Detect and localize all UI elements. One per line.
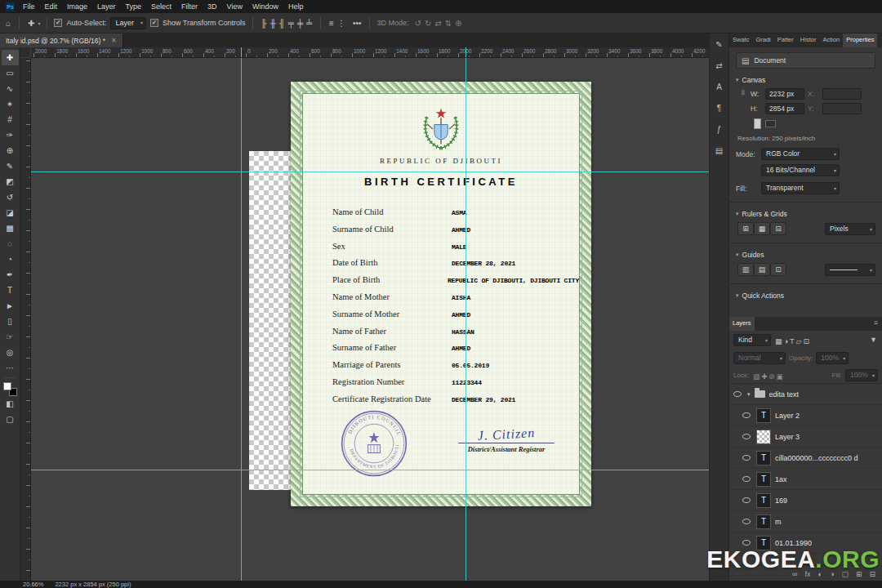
filter-funnel-icon[interactable]: ▼ <box>869 336 878 344</box>
toggle-rulers-icon[interactable]: ⊞ <box>737 222 754 235</box>
brush-tool[interactable]: ✎ <box>2 158 19 174</box>
filter-smart-objects-icon[interactable]: ⊡ <box>802 337 810 345</box>
close-icon[interactable]: ✕ <box>111 37 117 44</box>
color-swatches[interactable] <box>3 382 17 396</box>
character-panel-icon[interactable]: A <box>716 82 722 91</box>
align-right-icon[interactable]: ╢ <box>278 19 287 28</box>
symmetry-panel-icon[interactable]: ⇄ <box>715 61 722 70</box>
horizontal-guide[interactable] <box>31 172 709 172</box>
align-v-center-icon[interactable]: ╪ <box>296 19 305 28</box>
canvas-section-header[interactable]: ▾ Canvas <box>736 76 875 84</box>
layer-row[interactable]: Tcilla000000...cccccccc0 d <box>729 448 882 469</box>
eraser-tool[interactable]: ◪ <box>2 205 19 220</box>
layer-row[interactable]: Tm <box>729 511 882 532</box>
align-bottom-icon[interactable]: ╧ <box>305 19 314 28</box>
opacity-dropdown[interactable]: 100% <box>816 352 849 364</box>
canvas-fill-dropdown[interactable]: Transparent <box>761 182 840 194</box>
link-dimensions-icon[interactable]: ∞ <box>739 90 747 98</box>
zoom-3d-icon[interactable]: ⊕ <box>453 19 463 28</box>
type-tool[interactable]: T <box>2 283 19 298</box>
shape-tool[interactable]: ▯ <box>2 314 19 329</box>
crop-tool[interactable]: # <box>2 112 19 127</box>
menu-layer[interactable]: Layer <box>92 2 121 11</box>
menu-view[interactable]: View <box>222 2 247 11</box>
menu-type[interactable]: Type <box>121 2 147 11</box>
move-tool-preset-icon[interactable]: ✚ <box>26 19 36 28</box>
marquee-tool[interactable]: ▭ <box>2 65 19 81</box>
vertical-ruler[interactable] <box>20 58 31 581</box>
foreground-color-swatch[interactable] <box>3 382 11 390</box>
blur-tool[interactable]: ◌ <box>2 236 19 252</box>
show-transform-checkbox[interactable]: ✓ <box>150 19 158 27</box>
guides-section-header[interactable]: ▾ Guides <box>736 251 875 259</box>
orbit-3d-icon[interactable]: ↺ <box>413 19 423 28</box>
toggle-guides-icon[interactable]: ▥ <box>737 263 754 276</box>
healing-brush-tool[interactable]: ⊕ <box>2 143 19 158</box>
move-tool[interactable]: ✚ <box>2 50 19 65</box>
quick-mask-icon[interactable]: ◧ <box>2 396 19 412</box>
clear-guides-icon[interactable]: ⊡ <box>770 263 786 276</box>
horizontal-guide[interactable] <box>31 470 709 470</box>
canvas-area[interactable]: REPUBLIC OF DJIBOUTI BIRTH CERTIFICATE N… <box>31 58 709 581</box>
screen-mode-icon[interactable]: ▢ <box>2 412 19 427</box>
visibility-eye-icon[interactable] <box>740 494 752 506</box>
toggle-grid-icon[interactable]: ▦ <box>754 222 770 235</box>
document-properties-row[interactable]: ▤ Document <box>736 52 875 69</box>
panel-menu-icon[interactable]: ≡ <box>870 317 882 331</box>
gradient-tool[interactable]: ▩ <box>2 220 19 236</box>
quick-actions-section-header[interactable]: ▾ Quick Actions <box>736 292 875 300</box>
align-h-center-icon[interactable]: ╫ <box>269 19 278 28</box>
horizontal-ruler[interactable]: 2000180016001400120010008006004002000200… <box>31 47 709 58</box>
visibility-eye-icon[interactable] <box>740 515 752 528</box>
tab-layers[interactable]: Layers <box>729 317 755 331</box>
distribute-vertical-icon[interactable]: ⋮ <box>336 19 347 28</box>
brush-settings-panel-icon[interactable]: ✎ <box>715 40 722 49</box>
tab-patter[interactable]: Patter <box>774 33 797 47</box>
eyedropper-tool[interactable]: ✑ <box>2 127 19 143</box>
lasso-tool[interactable]: ∿ <box>2 81 19 96</box>
tab-gradi[interactable]: Gradi <box>752 33 773 47</box>
align-left-icon[interactable]: ╟ <box>260 19 269 28</box>
visibility-eye-icon[interactable] <box>740 430 752 443</box>
clone-stamp-tool[interactable]: ◩ <box>2 174 19 189</box>
tab-histor[interactable]: Histor <box>797 33 820 47</box>
auto-select-checkbox[interactable]: ✓ <box>54 19 62 27</box>
landscape-orientation-button[interactable] <box>765 120 776 127</box>
layer-filter-kind-dropdown[interactable]: Kind <box>733 334 771 346</box>
menu-file[interactable]: File <box>18 2 40 11</box>
height-field[interactable]: 2854 px <box>765 103 804 114</box>
visibility-eye-icon[interactable] <box>740 409 752 421</box>
guide-style-dropdown[interactable] <box>825 264 875 276</box>
menu-image[interactable]: Image <box>62 2 92 11</box>
filter-pixel-layers-icon[interactable]: ▦ <box>774 337 783 345</box>
layer-row[interactable]: T1ax <box>729 469 882 490</box>
lock-all-icon[interactable]: ▣ <box>775 372 783 381</box>
roll-3d-icon[interactable]: ↻ <box>423 19 433 28</box>
tab-swatc[interactable]: Swatc <box>729 33 752 47</box>
y-field[interactable] <box>822 103 862 114</box>
rulers-grids-section-header[interactable]: ▾ Rulers & Grids <box>736 210 875 218</box>
zoom-tool[interactable]: ◎ <box>2 345 19 360</box>
visibility-eye-icon[interactable] <box>740 473 752 485</box>
vertical-guide[interactable] <box>241 58 242 581</box>
width-field[interactable]: 2232 px <box>765 88 804 100</box>
chevron-down-icon[interactable]: ▾ <box>747 391 751 398</box>
history-brush-tool[interactable]: ↺ <box>2 189 19 205</box>
lock-position-icon[interactable]: ✚ <box>760 372 768 381</box>
home-icon[interactable]: ⌂ <box>4 19 12 28</box>
more-options-icon[interactable]: ••• <box>351 19 363 28</box>
pan-3d-icon[interactable]: ⇄ <box>433 19 443 28</box>
panel-menu-icon[interactable]: ≡ <box>877 33 882 47</box>
menu-window[interactable]: Window <box>247 2 283 11</box>
path-selection-tool[interactable]: ► <box>2 298 19 314</box>
align-top-icon[interactable]: ╤ <box>287 19 296 28</box>
bit-depth-dropdown[interactable]: 16 Bits/Channel <box>761 164 840 176</box>
pen-tool[interactable]: ✒ <box>2 267 19 283</box>
vertical-guide[interactable] <box>466 58 466 581</box>
libraries-panel-icon[interactable]: ▤ <box>715 146 723 155</box>
dodge-tool[interactable]: ◔ <box>2 252 19 267</box>
visibility-eye-icon[interactable] <box>731 388 743 400</box>
lock-transparency-icon[interactable]: ▨ <box>752 372 760 381</box>
zoom-level[interactable]: 20.66% <box>23 581 43 588</box>
edit-toolbar-icon[interactable]: ⋯ <box>2 360 19 376</box>
